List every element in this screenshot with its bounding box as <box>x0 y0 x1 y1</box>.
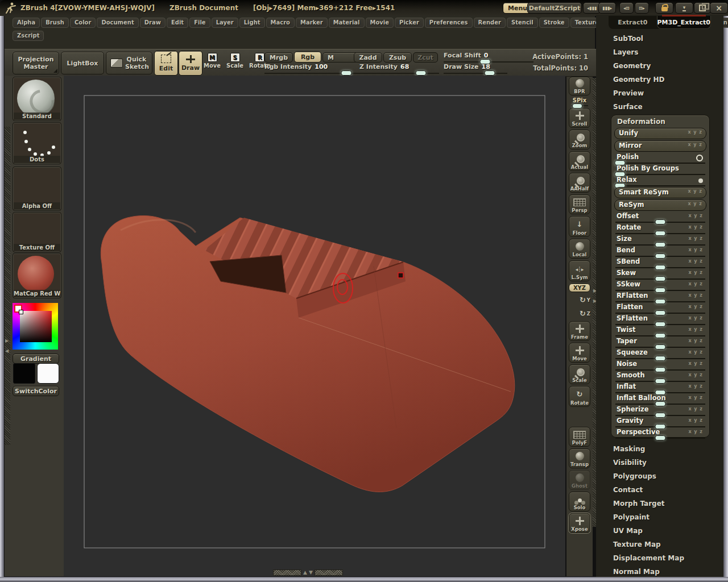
lightbox-button[interactable]: LightBox <box>61 52 104 74</box>
xyz-axis-toggle[interactable]: x y z <box>688 315 703 321</box>
xyz-axis-toggle[interactable]: x y z <box>688 361 703 366</box>
slider-track[interactable] <box>264 73 373 74</box>
deformation-item[interactable]: Smart ReSym x y z <box>614 187 706 198</box>
scrollbar-track-right[interactable] <box>315 569 343 576</box>
bpr-button[interactable]: BPR <box>569 77 590 95</box>
focal-shift-slider[interactable]: Focal Shift0 <box>444 52 533 59</box>
deformation-item[interactable]: SFlatten x y z <box>614 314 706 326</box>
deformation-item[interactable]: Twist x y z <box>614 326 706 337</box>
deformation-item[interactable]: Skew x y z <box>614 269 706 280</box>
palette-section[interactable]: Surface <box>596 100 723 114</box>
deformation-item[interactable]: Mirror x y z <box>614 140 706 152</box>
xyz-axis-toggle[interactable]: x y z <box>688 418 703 423</box>
main-color-swatch[interactable] <box>13 363 35 384</box>
palette-section[interactable]: Geometry <box>596 59 723 73</box>
draw-size-slider[interactable]: Draw Size18 <box>444 63 507 70</box>
restore-button[interactable] <box>694 2 711 14</box>
saturation-value-square[interactable] <box>20 311 52 342</box>
spix-handle[interactable] <box>572 103 582 109</box>
actual-size-button[interactable]: Actual <box>569 151 590 171</box>
ghost-button[interactable]: Ghost <box>569 470 590 490</box>
menu-item[interactable]: Document <box>97 18 138 28</box>
current-stroke-thumbnail[interactable]: Dots <box>13 122 61 164</box>
palette-section[interactable]: Displacement Map <box>596 551 723 565</box>
quick-sketch-button[interactable]: Quick Sketch <box>106 52 152 74</box>
deformation-item[interactable]: Squeeze x y z <box>614 348 706 360</box>
xyz-axis-toggle[interactable]: x y z <box>688 270 703 275</box>
xyz-axis-toggle[interactable]: x y z <box>688 130 702 135</box>
xyz-axis-toggle[interactable]: x y z <box>688 259 703 264</box>
xyz-axis-button[interactable]: XYZ <box>569 283 590 292</box>
deformation-item[interactable]: Polish By Groups <box>614 164 706 176</box>
deformation-item[interactable]: SSkew x y z <box>614 280 706 292</box>
deformation-item[interactable]: Flatten x y z <box>614 303 706 314</box>
palette-section[interactable]: Polypaint <box>596 510 723 524</box>
zoom-button[interactable]: Zoom <box>569 130 590 149</box>
tool-tab[interactable]: PM3D_Extract0 <box>657 16 711 29</box>
gradient-button[interactable]: Gradient <box>13 354 59 364</box>
menu-item[interactable]: Material <box>329 18 365 28</box>
tool-tab[interactable]: Extract0 <box>609 16 657 29</box>
menu-item[interactable]: Macro <box>266 18 295 28</box>
deformation-item[interactable]: Unify x y z <box>614 128 706 139</box>
xyz-axis-toggle[interactable]: x y z <box>688 338 703 343</box>
menu-item[interactable]: Light <box>239 18 265 28</box>
prev-document-button[interactable]: ◂⊡ <box>619 2 634 14</box>
deformation-item[interactable]: Size x y z <box>614 235 706 246</box>
deformation-item[interactable]: Polish <box>614 153 706 164</box>
slider-track[interactable] <box>615 163 705 164</box>
color-picker[interactable] <box>13 303 58 350</box>
palette-section[interactable]: Preview <box>596 86 723 100</box>
deformation-item[interactable]: Bend x y z <box>614 246 706 257</box>
xyz-axis-toggle[interactable]: x y z <box>688 395 703 400</box>
menu-item[interactable]: Layer <box>212 18 238 28</box>
deformation-item[interactable]: Perspective x y z <box>614 428 706 439</box>
perspective-button[interactable]: Persp <box>569 194 590 214</box>
local-transform-button[interactable]: Local <box>569 239 590 259</box>
divider-arrow-left-icon[interactable]: ◀ <box>5 348 9 354</box>
spix-track[interactable] <box>571 105 588 106</box>
slider-track[interactable] <box>444 73 507 74</box>
xyz-axis-toggle[interactable]: x y z <box>688 293 703 298</box>
menu-item[interactable]: Marker <box>296 18 328 28</box>
palette-section[interactable]: Geometry HD <box>596 73 723 86</box>
xyz-axis-toggle[interactable]: x y z <box>688 372 703 377</box>
rotate-y-button[interactable]: Y <box>569 294 590 306</box>
deformation-mode-icon[interactable] <box>696 155 703 161</box>
deformation-item[interactable]: Gravity x y z <box>614 417 706 428</box>
menu-item[interactable]: Stroke <box>539 18 569 28</box>
edit-button[interactable]: Edit <box>154 51 178 76</box>
floor-button[interactable]: Floor <box>569 216 590 237</box>
deformation-item[interactable]: SBend x y z <box>614 257 706 269</box>
transparency-button[interactable]: Transp <box>569 448 590 468</box>
current-material-thumbnail[interactable]: MatCap Red Wa <box>13 253 61 298</box>
deformation-item[interactable]: Spherize x y z <box>614 405 706 417</box>
menu-item[interactable]: Brush <box>41 18 69 28</box>
window-right-edge[interactable] <box>723 15 728 577</box>
left-divider[interactable]: ▶ ◀ <box>5 127 10 445</box>
xyz-axis-toggle[interactable]: x y z <box>688 406 703 411</box>
scroll-up-arrow-icon[interactable]: ▲ <box>303 569 307 575</box>
deformation-item[interactable]: RFlatten x y z <box>614 292 706 303</box>
current-alpha-thumbnail[interactable]: Alpha Off <box>13 167 61 211</box>
palette-section[interactable]: Morph Target <box>596 497 723 510</box>
scroll-button[interactable]: Scroll <box>569 108 590 128</box>
xyz-axis-toggle[interactable]: x y z <box>688 142 702 147</box>
canvas-rotate-button[interactable]: Rotate <box>569 386 590 407</box>
next-document-button[interactable]: ⊡▸ <box>635 2 649 14</box>
secondary-color-swatch[interactable] <box>37 363 59 384</box>
deformation-item[interactable]: Smooth x y z <box>614 371 706 383</box>
default-zscript-button[interactable]: DefaultZScript <box>527 2 582 14</box>
xyz-axis-toggle[interactable]: x y z <box>688 429 703 434</box>
deformation-item[interactable]: Rotate x y z <box>614 223 706 235</box>
deformation-item[interactable]: Inflat Balloon x y z <box>614 394 706 405</box>
zcut-button[interactable]: Zcut <box>413 52 438 63</box>
menu-item[interactable]: File <box>189 18 210 28</box>
current-brush-thumbnail[interactable]: Standard <box>13 77 61 121</box>
m-button[interactable]: M <box>322 52 358 63</box>
switch-color-button[interactable]: SwitchColor <box>13 386 59 396</box>
slider-handle[interactable] <box>415 70 426 76</box>
deformation-item[interactable]: Inflat x y z <box>614 383 706 394</box>
xyz-axis-toggle[interactable]: x y z <box>688 327 703 332</box>
menu-item[interactable]: Zscript <box>13 31 44 41</box>
